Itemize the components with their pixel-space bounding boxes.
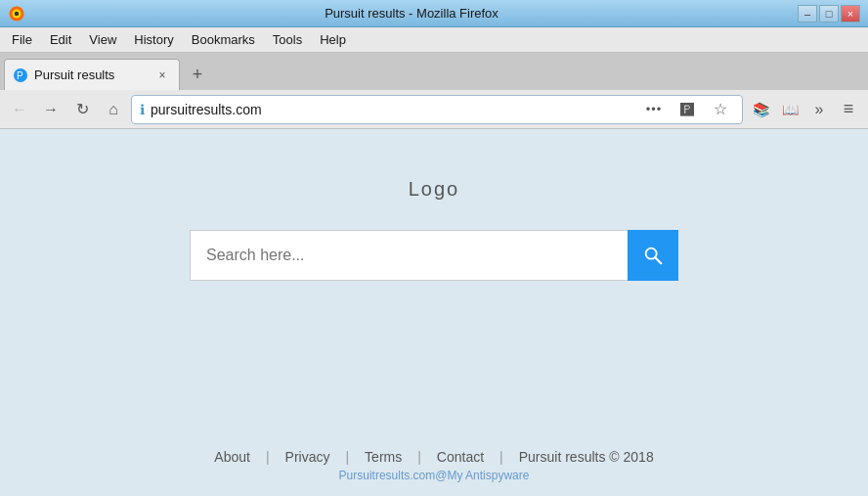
- search-input[interactable]: [190, 230, 628, 281]
- footer-links: About | Privacy | Terms | Contact | Purs…: [0, 449, 868, 465]
- address-text: pursuitresults.com: [151, 102, 634, 117]
- title-text: Pursuit results - Mozilla Firefox: [25, 6, 798, 21]
- menu-bookmarks[interactable]: Bookmarks: [184, 29, 263, 50]
- footer-privacy-link[interactable]: Privacy: [270, 449, 346, 465]
- menu-view[interactable]: View: [81, 29, 124, 50]
- nav-bar: ← → ↻ ⌂ ℹ pursuitresults.com ••• 🅿 ☆ 📚 📖…: [0, 90, 868, 129]
- title-bar-left: [8, 5, 25, 23]
- overflow-button[interactable]: »: [805, 96, 833, 123]
- address-bar[interactable]: ℹ pursuitresults.com ••• 🅿 ☆: [131, 95, 743, 124]
- footer-copyright: Pursuit results © 2018: [503, 449, 670, 465]
- reader-view-button[interactable]: 📖: [776, 96, 803, 123]
- logo: Logo: [409, 178, 460, 201]
- menu-history[interactable]: History: [126, 29, 181, 50]
- pocket-icon[interactable]: 🅿: [673, 96, 701, 123]
- tab-favicon: P: [13, 68, 28, 83]
- close-button[interactable]: ×: [841, 5, 860, 23]
- title-bar: Pursuit results - Mozilla Firefox – □ ×: [0, 0, 868, 27]
- forward-button[interactable]: →: [37, 96, 65, 123]
- new-tab-button[interactable]: +: [184, 61, 211, 88]
- title-bar-controls: – □ ×: [798, 5, 860, 23]
- search-button[interactable]: [628, 230, 678, 281]
- footer: About | Privacy | Terms | Contact | Purs…: [0, 439, 868, 496]
- search-icon: [642, 245, 664, 266]
- footer-watermark: Pursuitresults.com@My Antispyware: [0, 469, 868, 482]
- bookmark-star-icon[interactable]: ☆: [707, 96, 734, 123]
- library-button[interactable]: 📚: [747, 96, 774, 123]
- footer-terms-link[interactable]: Terms: [349, 449, 417, 465]
- menu-tools[interactable]: Tools: [265, 29, 310, 50]
- tab-bar: P Pursuit results × +: [0, 53, 868, 90]
- search-container: [190, 230, 678, 281]
- active-tab[interactable]: P Pursuit results ×: [4, 59, 180, 90]
- menu-bar: File Edit View History Bookmarks Tools H…: [0, 27, 868, 53]
- hamburger-menu-button[interactable]: ≡: [835, 96, 862, 123]
- nav-right: 📚 📖 » ≡: [747, 96, 862, 123]
- tab-close-button[interactable]: ×: [153, 67, 171, 84]
- svg-point-2: [15, 11, 20, 16]
- maximize-button[interactable]: □: [819, 5, 839, 23]
- footer-contact-link[interactable]: Contact: [421, 449, 499, 465]
- svg-line-6: [655, 257, 661, 263]
- firefox-icon: [8, 5, 25, 23]
- footer-about-link[interactable]: About: [198, 449, 266, 465]
- minimize-button[interactable]: –: [798, 5, 817, 23]
- svg-text:P: P: [17, 70, 23, 81]
- menu-help[interactable]: Help: [312, 29, 354, 50]
- reload-button[interactable]: ↻: [68, 96, 96, 123]
- security-icon: ℹ: [140, 102, 145, 117]
- back-button[interactable]: ←: [6, 96, 33, 123]
- tab-label: Pursuit results: [34, 68, 148, 82]
- menu-edit[interactable]: Edit: [42, 29, 79, 50]
- more-options-icon[interactable]: •••: [640, 96, 668, 123]
- page-content: Logo About | Privacy | Terms | Contact |…: [0, 129, 868, 496]
- home-button[interactable]: ⌂: [100, 96, 127, 123]
- menu-file[interactable]: File: [4, 29, 40, 50]
